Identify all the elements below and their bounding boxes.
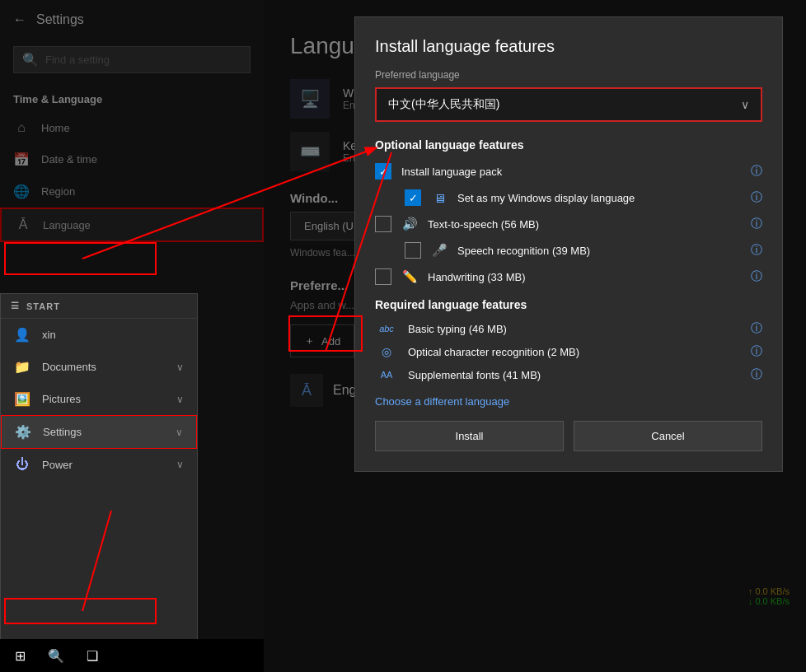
lang-pack-checkbox[interactable] [375,163,391,180]
fonts-info-icon[interactable]: ⓘ [751,367,762,382]
handwriting-checkbox[interactable] [375,268,391,285]
tts-info-icon[interactable]: ⓘ [751,217,762,231]
start-menu-item-settings[interactable]: ⚙️ Settings ∨ [1,415,197,449]
settings-chevron-icon: ∨ [176,427,183,438]
speech-rec-label: Speech recognition (39 MB) [457,245,741,257]
power-label: Power [42,459,73,471]
selected-language-text: 中文(中华人民共和国) [388,97,499,112]
lang-pack-label: Install language pack [401,166,741,178]
install-language-dialog: Install language features Preferred lang… [354,16,783,472]
choose-different-lang-link[interactable]: Choose a different language [375,395,762,408]
ocr-label: Optical character recognition (2 MB) [408,346,741,358]
fonts-label: Supplemental fonts (41 MB) [408,369,741,381]
start-menu-header: ☰ START [1,294,197,319]
display-lang-info-icon[interactable]: ⓘ [751,190,762,205]
language-dropdown[interactable]: 中文(中华人民共和国) ∨ [375,87,762,122]
tts-label: Text-to-speech (56 MB) [428,218,741,231]
feature-handwriting: ✏️ Handwriting (33 MB) ⓘ [375,268,762,285]
speech-rec-info-icon[interactable]: ⓘ [751,243,762,258]
lang-pack-info-icon[interactable]: ⓘ [751,164,762,179]
display-lang-label: Set as my Windows display language [457,192,741,204]
feature-lang-pack: Install language pack ⓘ [375,163,762,180]
start-menu-item-pictures[interactable]: 🖼️ Pictures ∨ [1,383,197,415]
cancel-button[interactable]: Cancel [574,421,762,451]
documents-label: Documents [42,361,96,373]
pictures-label: Pictures [42,393,81,405]
picture-icon: 🖼️ [14,391,30,407]
start-menu-item-power[interactable]: ⏻ Power ∨ [1,449,197,480]
dialog-buttons: Install Cancel [375,421,762,451]
start-menu-item-xin[interactable]: 👤 xin [1,319,197,351]
dialog-title: Install language features [375,37,762,56]
start-label: START [26,301,60,311]
tts-icon: 🔊 [401,217,418,231]
folder-icon: 📁 [14,359,30,375]
search-button[interactable]: 🔍 [40,639,73,672]
typing-icon: abc [375,324,398,334]
preferred-lang-label: Preferred language [375,69,762,81]
handwriting-label: Handwriting (33 MB) [428,271,741,283]
fonts-icon: AA [375,370,398,380]
required-fonts: AA Supplemental fonts (41 MB) ⓘ [375,367,762,382]
feature-speech-rec: 🎤 Speech recognition (39 MB) ⓘ [375,242,762,259]
display-lang-checkbox[interactable] [405,189,421,206]
taskbar: ⊞ 🔍 ❑ [0,639,264,672]
settings-icon: ⚙️ [15,424,31,440]
settings-label: Settings [43,426,82,438]
required-features-heading: Required language features [375,298,762,311]
handwriting-info-icon[interactable]: ⓘ [751,269,762,284]
microphone-icon: 🎤 [431,243,448,258]
basic-typing-info-icon[interactable]: ⓘ [751,321,762,336]
install-button[interactable]: Install [375,421,564,451]
feature-tts: 🔊 Text-to-speech (56 MB) ⓘ [375,216,762,232]
feature-display-lang: 🖥 Set as my Windows display language ⓘ [375,189,762,206]
dropdown-arrow-icon: ∨ [741,98,749,111]
start-button[interactable]: ⊞ [3,639,36,672]
required-basic-typing: abc Basic typing (46 MB) ⓘ [375,321,762,336]
basic-typing-label: Basic typing (46 MB) [408,323,741,335]
speech-rec-checkbox[interactable] [405,242,421,259]
power-icon: ⏻ [14,457,30,472]
optional-features-heading: Optional language features [375,138,762,152]
documents-chevron-icon: ∨ [176,362,184,373]
power-chevron-icon: ∨ [176,459,184,470]
start-menu-item-documents[interactable]: 📁 Documents ∨ [1,351,197,383]
ocr-icon: ◎ [375,345,398,358]
ocr-info-icon[interactable]: ⓘ [751,344,762,359]
hamburger-icon: ☰ [11,301,20,311]
pen-icon: ✏️ [401,269,418,284]
task-view-button[interactable]: ❑ [76,639,109,672]
pictures-chevron-icon: ∨ [176,394,184,405]
tts-checkbox[interactable] [375,216,391,232]
required-ocr: ◎ Optical character recognition (2 MB) ⓘ [375,344,762,359]
monitor-small-icon: 🖥 [431,191,448,205]
user-icon: 👤 [14,327,30,343]
xin-label: xin [42,329,56,341]
start-menu: ☰ START 👤 xin 📁 Documents ∨ 🖼️ Pictures … [0,293,198,672]
